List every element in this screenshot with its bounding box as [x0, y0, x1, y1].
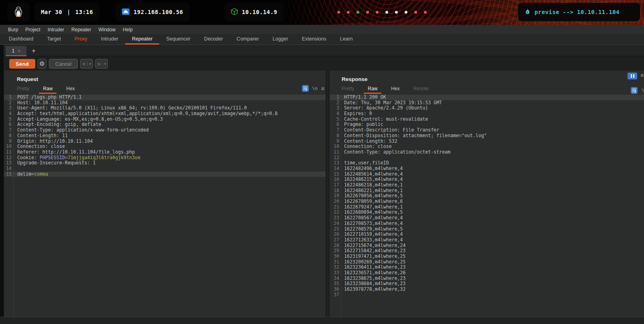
tab-sequencer[interactable]: Sequencer — [159, 34, 197, 45]
response-line-1[interactable]: 1HTTP/1.1 200 OK — [330, 95, 644, 100]
response-line-26[interactable]: 261622710159,m4lwhere,4 — [330, 232, 644, 237]
tab-intruder[interactable]: Intruder — [94, 34, 125, 45]
menu-item-intruder[interactable]: Intruder — [44, 27, 68, 32]
tab-logger[interactable]: Logger — [266, 34, 295, 45]
response-line-22[interactable]: 221622680894,m4lwhere,5 — [330, 210, 644, 215]
line-content: 1622708579,m4lwhere,5 — [344, 227, 403, 232]
show-newlines-toggle[interactable]: \n — [642, 88, 644, 93]
code-segment: Connection: close — [17, 144, 65, 149]
response-line-29[interactable]: 291622715842,m4lwhere,23 — [330, 248, 644, 254]
response-line-35[interactable]: 351623238684,m4lwhere,23 — [330, 281, 644, 287]
response-line-13[interactable]: 13time,user,fileID — [330, 160, 644, 166]
response-line-23[interactable]: 231622708567,m4lwhere,4 — [330, 215, 644, 221]
request-line-2[interactable]: 2Host: 10.10.11.104 — [4, 100, 326, 106]
menu-item-repeater[interactable]: Repeater — [68, 27, 95, 32]
response-line-20[interactable]: 201622678059,m4lwhere,6 — [330, 199, 644, 205]
tab-proxy[interactable]: Proxy — [68, 34, 94, 45]
response-line-21[interactable]: 211622679247,m4lwhere,1 — [330, 205, 644, 210]
response-line-37[interactable]: 37 — [330, 292, 644, 298]
show-newlines-toggle[interactable]: \n — [312, 86, 318, 91]
tab-comparer[interactable]: Comparer — [230, 34, 266, 45]
linux-launcher[interactable] — [7, 3, 30, 21]
tab-dashboard[interactable]: Dashboard — [2, 34, 40, 45]
response-line-33[interactable]: 331623236571,m4lwhere,26 — [330, 270, 644, 276]
request-line-7[interactable]: 7Content-Type: application/x-www-form-ur… — [4, 128, 326, 133]
menu-item-window[interactable]: Window — [95, 27, 119, 32]
cancel-button[interactable]: Cancel — [49, 59, 78, 69]
response-line-5[interactable]: 5Cache-Control: must-revalidate — [330, 117, 644, 122]
response-line-25[interactable]: 251622708579,m4lwhere,5 — [330, 227, 644, 232]
request-line-4[interactable]: 4Accept: text/html,application/xhtml+xml… — [4, 111, 326, 117]
response-line-9[interactable]: 9Content-Length: 532 — [330, 139, 644, 144]
response-line-18[interactable]: 181622486221,m4lwhere,1 — [330, 188, 644, 194]
menu-item-project[interactable]: Project — [22, 27, 44, 32]
response-line-28[interactable]: 281622715674,m4lwhere,24 — [330, 243, 644, 249]
request-line-8[interactable]: 8Content-Length: 11 — [4, 133, 326, 139]
add-tab-button[interactable]: + — [29, 46, 38, 56]
panel-splitter[interactable] — [326, 71, 330, 317]
request-line-11[interactable]: 11Referer: http://10.10.11.104/file_logs… — [4, 150, 326, 155]
response-line-15[interactable]: 151622485614,m4lwhere,4 — [330, 172, 644, 177]
repeater-tab-1[interactable]: 1 × — [6, 46, 26, 56]
request-line-3[interactable]: 3User-Agent: Mozilla/5.0 (X11; Linux x86… — [4, 105, 326, 111]
tab-target[interactable]: Target — [40, 34, 68, 45]
close-icon[interactable]: × — [18, 49, 20, 53]
response-tab-render[interactable]: Render — [409, 84, 433, 94]
request-tab-pretty[interactable]: Pretty — [13, 84, 33, 94]
settings-button[interactable]: ⚙ — [38, 59, 47, 69]
response-line-34[interactable]: 341623238675,m4lwhere,23 — [330, 276, 644, 281]
request-line-9[interactable]: 9Origin: http://10.10.11.104 — [4, 139, 326, 144]
previous-request-button[interactable]: < ▾ — [80, 59, 93, 69]
response-line-31[interactable]: 311623200269,m4lwhere,25 — [330, 259, 644, 265]
tab-decoder[interactable]: Decoder — [197, 34, 230, 45]
response-line-30[interactable]: 301623197471,m4lwhere,25 — [330, 254, 644, 259]
send-button[interactable]: Send — [9, 59, 35, 69]
response-line-8[interactable]: 8Content-Disposition: attachment; filena… — [330, 133, 644, 139]
response-tab-hex[interactable]: Hex — [387, 84, 403, 94]
request-line-14[interactable]: 14 — [4, 166, 326, 172]
request-line-12[interactable]: 12Cookie: PHPSESSID=71mjjga4iq3l6tra0gjk… — [4, 155, 326, 161]
request-line-13[interactable]: 13Upgrade-Insecure-Requests: 1 — [4, 160, 326, 166]
response-line-6[interactable]: 6Pragma: public — [330, 122, 644, 128]
response-editor[interactable]: 1HTTP/1.1 200 OK2Date: Thu, 30 Mar 2023 … — [330, 95, 644, 317]
request-tab-raw[interactable]: Raw — [39, 84, 57, 94]
request-line-1[interactable]: 1POST /logs.php HTTP/1.1 — [4, 95, 326, 100]
word-wrap-icon[interactable] — [302, 85, 309, 92]
word-wrap-icon[interactable] — [631, 87, 638, 94]
response-line-14[interactable]: 141622482496,m4lwhere,4 — [330, 166, 644, 172]
response-line-12[interactable]: 12 — [330, 155, 644, 161]
response-line-19[interactable]: 191622678056,m4lwhere,5 — [330, 193, 644, 199]
response-line-2[interactable]: 2Date: Thu, 30 Mar 2023 19:15:53 GMT — [330, 100, 644, 106]
tab-learn[interactable]: Learn — [333, 34, 360, 45]
next-request-button[interactable]: > ▾ — [95, 59, 108, 69]
response-line-11[interactable]: 11Content-Type: application/octet-stream — [330, 150, 644, 155]
response-line-27[interactable]: 271622712633,m4lwhere,4 — [330, 237, 644, 243]
request-line-6[interactable]: 6Accept-Encoding: gzip, deflate — [4, 122, 326, 128]
response-line-10[interactable]: 10Connection: close — [330, 144, 644, 150]
request-line-5[interactable]: 5Accept-Language: es-MX,es;q=0.8,en-US;q… — [4, 117, 326, 122]
menu-item-burp[interactable]: Burp — [4, 27, 22, 32]
line-number: 11 — [330, 150, 339, 155]
request-tab-hex[interactable]: Hex — [62, 84, 79, 94]
response-line-17[interactable]: 171622486218,m4lwhere,1 — [330, 182, 644, 188]
columns-layout-icon[interactable] — [628, 73, 637, 79]
response-line-24[interactable]: 241622708573,m4lwhere,4 — [330, 221, 644, 227]
response-line-16[interactable]: 161622486215,m4lwhere,4 — [330, 177, 644, 182]
request-line-10[interactable]: 10Connection: close — [4, 144, 326, 150]
tab-repeater[interactable]: Repeater — [125, 34, 159, 45]
menu-item-help[interactable]: Help — [119, 27, 136, 32]
response-line-4[interactable]: 4Expires: 0 — [330, 111, 644, 117]
response-tab-raw[interactable]: Raw — [364, 84, 381, 94]
chevron-down-icon[interactable]: ▾ — [102, 62, 107, 66]
response-line-7[interactable]: 7Content-Description: File Transfer — [330, 128, 644, 133]
request-editor[interactable]: 1POST /logs.php HTTP/1.12Host: 10.10.11.… — [4, 95, 326, 317]
tab-extensions[interactable]: Extensions — [295, 34, 333, 45]
hamburger-menu-icon[interactable]: ≡ — [640, 72, 644, 79]
chevron-down-icon[interactable]: ▾ — [87, 62, 93, 66]
response-line-3[interactable]: 3Server: Apache/2.4.29 (Ubuntu) — [330, 105, 644, 111]
hamburger-menu-icon[interactable]: ≡ — [321, 85, 324, 92]
response-tab-pretty[interactable]: Pretty — [338, 84, 358, 94]
response-line-32[interactable]: 321623236411,m4lwhere,23 — [330, 265, 644, 270]
request-line-15[interactable]: 15delim=comma — [4, 172, 326, 177]
response-line-36[interactable]: 361623978778,m4lwhere,32 — [330, 287, 644, 292]
